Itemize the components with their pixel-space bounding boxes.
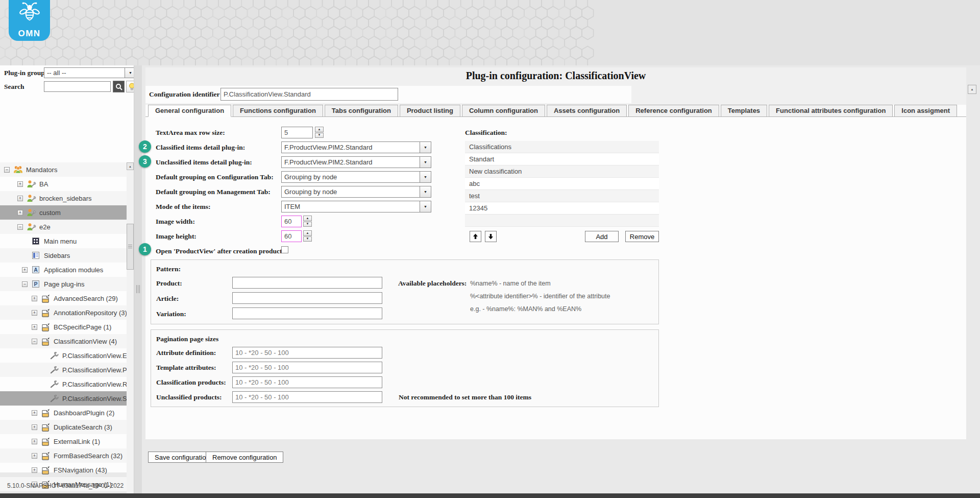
move-up-button[interactable] — [470, 231, 481, 242]
tab[interactable]: Functions configuration — [233, 105, 323, 117]
collapse-toggle-icon[interactable]: − — [17, 224, 23, 230]
tree-item[interactable]: +brocken_sidebars — [0, 191, 127, 205]
scroll-up-button[interactable]: ▲ — [127, 162, 134, 170]
tree-item[interactable]: P.ClassificationView.Product — [0, 363, 127, 377]
spinner-down-icon[interactable]: ▼ — [315, 133, 324, 138]
add-button[interactable]: Add — [585, 231, 619, 242]
classification-row[interactable]: New classification — [465, 165, 659, 178]
classification-row[interactable]: abc — [465, 178, 659, 190]
tree-item[interactable]: +DashboardPlugin (2) — [0, 406, 127, 420]
tree-item[interactable]: +AApplication modules — [0, 263, 127, 277]
grouping-configuration-select[interactable]: Grouping by node ▼ — [281, 171, 431, 183]
dropdown-arrow-icon[interactable]: ▼ — [420, 172, 431, 182]
pagination-input[interactable] — [232, 362, 382, 373]
plugin-group-select[interactable]: -- all -- ▼ — [44, 67, 136, 78]
tree-item[interactable]: P.ClassificationView.E2E — [0, 348, 127, 363]
tree-item[interactable]: +AdvancedSearch (29) — [0, 291, 127, 305]
tree-item[interactable]: Main menu — [0, 234, 127, 248]
expand-toggle-icon[interactable]: + — [32, 439, 37, 444]
tab[interactable]: General configuration — [148, 105, 231, 117]
tab[interactable]: Column configuration — [462, 105, 545, 117]
expand-toggle-icon[interactable]: + — [32, 424, 37, 430]
tree-item[interactable]: +DuplicateSearch (3) — [0, 420, 127, 434]
expand-toggle-icon[interactable]: + — [32, 310, 37, 316]
classification-row[interactable]: test — [465, 190, 659, 202]
tree-item[interactable]: −e2e — [0, 220, 127, 234]
move-down-button[interactable] — [485, 231, 497, 242]
spinner-down-icon[interactable]: ▼ — [303, 222, 312, 227]
tree-item[interactable]: P.ClassificationView.Standard — [0, 391, 127, 406]
plugin-icon — [40, 308, 51, 317]
dropdown-arrow-icon[interactable]: ▼ — [420, 142, 431, 153]
tree-item[interactable]: +FormBasedSearch (32) — [0, 448, 127, 463]
expand-toggle-icon[interactable]: + — [17, 196, 23, 201]
tree-item[interactable]: +AnnotationRepository (3) — [0, 305, 127, 320]
scroll-thumb[interactable] — [127, 224, 134, 270]
unclassified-items-select[interactable]: F.ProductView.PIM2.Standard ▼ — [281, 156, 431, 168]
expand-toggle-icon[interactable]: + — [32, 324, 37, 330]
spinner-down-icon[interactable]: ▼ — [303, 236, 312, 242]
collapse-toggle-icon[interactable]: − — [32, 339, 37, 344]
tab[interactable]: Icon assigment — [894, 105, 957, 117]
image-width-input[interactable] — [281, 216, 302, 227]
remove-configuration-button[interactable]: Remove configuration — [206, 452, 283, 463]
open-productview-checkbox[interactable] — [281, 246, 288, 253]
tree-item[interactable]: +BCSpecificPage (1) — [0, 320, 127, 334]
variation-input[interactable] — [232, 307, 382, 319]
expand-toggle-icon[interactable]: + — [32, 453, 37, 459]
tree-item[interactable]: P.ClassificationView.RootClassi — [0, 377, 127, 391]
config-identifier-input[interactable] — [220, 88, 398, 101]
plugin-icon — [40, 408, 51, 417]
pagination-input[interactable] — [232, 391, 382, 403]
tree-item[interactable]: +custom — [0, 205, 127, 220]
dropdown-arrow-icon[interactable]: ▼ — [420, 157, 431, 168]
expand-toggle-icon[interactable]: + — [32, 410, 37, 416]
app-logo[interactable]: OMN — [9, 0, 50, 41]
classification-row[interactable] — [465, 215, 659, 227]
classification-row[interactable]: 12345 — [465, 202, 659, 215]
dropdown-arrow-icon[interactable]: ▼ — [420, 201, 431, 212]
scroll-top-button[interactable]: ▲ — [968, 85, 976, 94]
classification-row[interactable]: Standart — [465, 153, 659, 165]
tree-item[interactable]: +ExternalLink (1) — [0, 434, 127, 448]
image-height-input[interactable] — [281, 230, 302, 242]
collapse-toggle-icon[interactable]: − — [22, 281, 28, 287]
pagination-input[interactable] — [232, 347, 382, 359]
pagination-box: Pagination page sizes Attribute definiti… — [151, 329, 659, 407]
classified-items-select[interactable]: F.ProductView.PIM2.Standard ▼ — [281, 141, 431, 153]
collapse-toggle-icon[interactable]: − — [4, 167, 10, 173]
search-input[interactable] — [44, 81, 111, 92]
tab[interactable]: Templates — [721, 105, 767, 117]
expand-toggle-icon[interactable]: + — [22, 267, 28, 273]
tree-item[interactable]: +BA — [0, 177, 127, 191]
spinner-up-icon[interactable]: ▲ — [303, 230, 312, 236]
expand-toggle-icon[interactable]: + — [32, 296, 37, 301]
textarea-max-row-input[interactable] — [281, 127, 313, 138]
tree-item[interactable]: +FSNavigation (43) — [0, 463, 127, 477]
expand-toggle-icon[interactable]: + — [17, 210, 23, 216]
spinner-up-icon[interactable]: ▲ — [315, 127, 324, 132]
tree-item[interactable]: Sidebars — [0, 248, 127, 263]
tab[interactable]: Reference configuration — [628, 105, 719, 117]
article-input[interactable] — [232, 292, 382, 304]
tab[interactable]: Assets configuration — [547, 105, 627, 117]
grouping-management-select[interactable]: Grouping by node ▼ — [281, 186, 431, 198]
expand-toggle-icon[interactable]: + — [17, 181, 23, 187]
pagination-input[interactable] — [232, 376, 382, 388]
tab[interactable]: Tabs configuration — [325, 105, 398, 117]
expand-toggle-icon[interactable]: + — [32, 467, 37, 473]
tree-item[interactable]: −PPage plug-ins — [0, 277, 127, 291]
spinner-up-icon[interactable]: ▲ — [303, 216, 312, 221]
classification-row[interactable]: Classifications — [465, 141, 659, 153]
dropdown-arrow-icon[interactable]: ▼ — [420, 186, 431, 197]
tree-item[interactable]: −ClassificationView (4) — [0, 334, 127, 348]
product-input[interactable] — [232, 277, 382, 289]
panel-splitter[interactable] — [134, 65, 142, 493]
tree-scrollbar[interactable]: ▲ ▼ — [127, 162, 134, 498]
remove-button[interactable]: Remove — [625, 231, 659, 242]
tab[interactable]: Functional attributes configuration — [769, 105, 893, 117]
search-button[interactable] — [113, 81, 125, 92]
tree-item[interactable]: −Mandators — [0, 162, 127, 177]
tab[interactable]: Product listing — [400, 105, 460, 117]
mode-of-items-select[interactable]: ITEM ▼ — [281, 201, 431, 212]
